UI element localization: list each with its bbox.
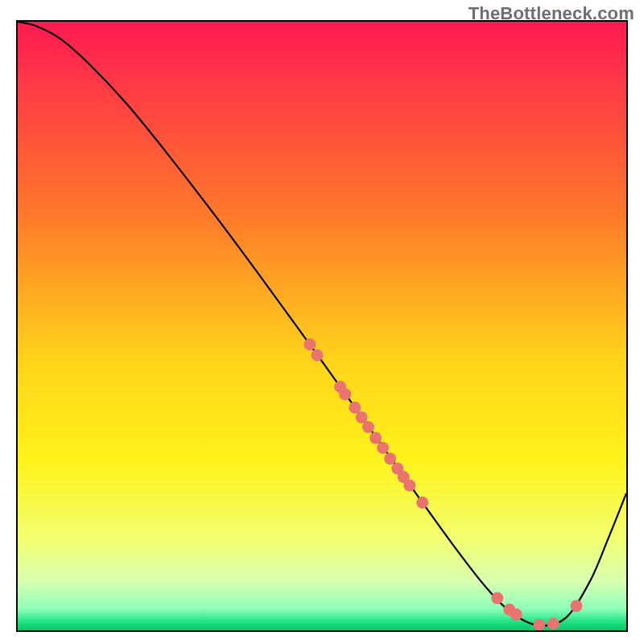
scatter-point: [533, 619, 545, 630]
scatter-point: [311, 349, 323, 361]
scatter-point: [377, 442, 389, 454]
chart-svg: [18, 22, 626, 630]
chart-container: TheBottleneck.com: [0, 0, 644, 644]
plot-area: [16, 20, 628, 632]
scatter-point: [547, 617, 559, 630]
scatter-point: [571, 600, 583, 612]
scatter-point: [403, 480, 415, 492]
scatter-point: [362, 421, 374, 433]
chart-background: [18, 22, 626, 630]
scatter-point: [303, 338, 316, 350]
scatter-point: [384, 452, 396, 464]
scatter-point: [356, 411, 368, 423]
scatter-point: [369, 432, 382, 444]
scatter-point: [510, 609, 522, 621]
scatter-point: [339, 388, 351, 400]
scatter-point: [491, 592, 503, 604]
scatter-point: [349, 402, 361, 414]
scatter-point: [416, 497, 428, 509]
